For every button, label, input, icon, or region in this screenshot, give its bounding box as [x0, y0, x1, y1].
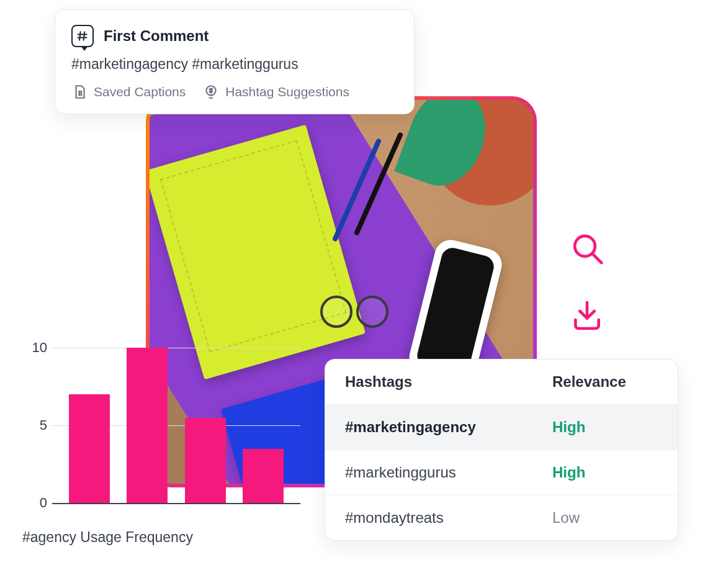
chart-bar: [185, 418, 226, 504]
svg-line-6: [593, 254, 601, 263]
search-icon: [570, 231, 604, 266]
download-button[interactable]: [568, 297, 606, 334]
svg-line-1: [84, 32, 85, 40]
hashtag-cell: #marketinggurus: [345, 464, 552, 481]
header-relevance: Relevance: [552, 373, 658, 391]
table-row[interactable]: #marketinggurusHigh: [325, 450, 678, 495]
search-button[interactable]: [568, 230, 606, 267]
document-hash-icon: [71, 84, 88, 100]
table-header-row: Hashtags Relevance: [325, 360, 678, 405]
chart-bar: [243, 449, 284, 504]
hashtag-relevance-table: Hashtags Relevance #marketingagencyHigh#…: [325, 359, 678, 541]
table-row[interactable]: #mondaytreatsLow: [325, 495, 678, 540]
hashtag-suggestions-label: Hashtag Suggestions: [225, 84, 349, 99]
svg-line-0: [79, 32, 81, 40]
chart-y-axis: 0510: [21, 348, 52, 509]
first-comment-text[interactable]: #marketingagency #marketinggurus: [71, 56, 398, 73]
relevance-cell: High: [552, 464, 658, 481]
usage-frequency-chart: 0510 #agency Usage Frequency: [11, 348, 309, 546]
first-comment-card: First Comment #marketingagency #marketin…: [55, 9, 415, 114]
relevance-cell: Low: [552, 509, 658, 527]
chart-bar: [127, 348, 168, 503]
lightbulb-hash-icon: [203, 84, 219, 100]
saved-captions-button[interactable]: Saved Captions: [71, 84, 186, 100]
chart-plot-area: [52, 348, 300, 509]
chart-y-tick: 10: [32, 340, 47, 356]
download-icon: [570, 298, 604, 333]
canvas: First Comment #marketingagency #marketin…: [0, 0, 705, 588]
hashtag-suggestions-button[interactable]: Hashtag Suggestions: [203, 84, 349, 100]
chart-y-tick: 0: [40, 495, 47, 511]
chart-bar: [69, 394, 110, 503]
first-comment-title: First Comment: [104, 27, 209, 45]
table-row[interactable]: #marketingagencyHigh: [325, 405, 678, 450]
hashtag-comment-icon: [71, 25, 94, 47]
relevance-cell: High: [552, 418, 658, 436]
chart-x-axis: [52, 503, 300, 504]
hashtag-cell: #marketingagency: [345, 418, 552, 436]
chart-y-tick: 5: [40, 417, 47, 433]
chart-gridline: [52, 348, 300, 348]
hashtag-cell: #mondaytreats: [345, 509, 552, 527]
chart-label: #agency Usage Frequency: [22, 529, 193, 546]
header-hashtags: Hashtags: [345, 373, 552, 391]
side-icon-bar: [568, 230, 606, 334]
saved-captions-label: Saved Captions: [94, 84, 186, 99]
